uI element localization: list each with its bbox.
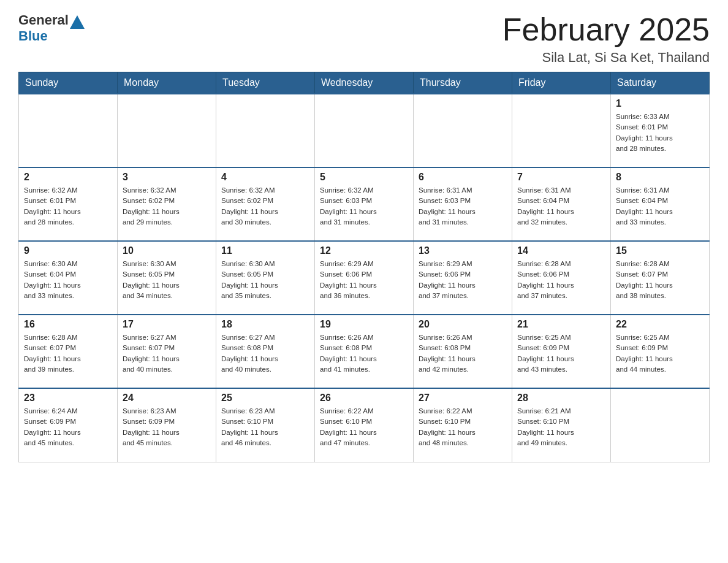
day-number: 2: [24, 172, 112, 183]
day-number: 22: [616, 319, 704, 330]
day-number: 13: [419, 245, 507, 256]
calendar-cell: 14Sunrise: 6:28 AM Sunset: 6:06 PM Dayli…: [512, 241, 611, 315]
day-of-week-header: Saturday: [611, 72, 710, 94]
calendar-cell: 4Sunrise: 6:32 AM Sunset: 6:02 PM Daylig…: [216, 167, 315, 241]
calendar-cell: 16Sunrise: 6:28 AM Sunset: 6:07 PM Dayli…: [19, 315, 118, 388]
day-info: Sunrise: 6:29 AM Sunset: 6:06 PM Dayligh…: [419, 259, 507, 301]
day-number: 26: [320, 393, 408, 404]
calendar-cell: [315, 94, 414, 167]
calendar-header-row: SundayMondayTuesdayWednesdayThursdayFrid…: [19, 72, 710, 94]
day-number: 14: [517, 245, 605, 256]
calendar-week-row: 16Sunrise: 6:28 AM Sunset: 6:07 PM Dayli…: [19, 315, 710, 388]
day-info: Sunrise: 6:32 AM Sunset: 6:02 PM Dayligh…: [221, 185, 309, 228]
day-number: 21: [517, 319, 605, 330]
day-info: Sunrise: 6:31 AM Sunset: 6:04 PM Dayligh…: [517, 185, 605, 228]
day-number: 10: [123, 245, 211, 256]
day-number: 9: [24, 245, 112, 256]
day-info: Sunrise: 6:23 AM Sunset: 6:10 PM Dayligh…: [221, 406, 309, 448]
day-of-week-header: Wednesday: [315, 72, 414, 94]
calendar-cell: 8Sunrise: 6:31 AM Sunset: 6:04 PM Daylig…: [611, 167, 710, 241]
day-number: 1: [616, 98, 704, 109]
calendar-cell: [512, 94, 611, 167]
day-number: 24: [123, 393, 211, 404]
calendar-cell: 27Sunrise: 6:22 AM Sunset: 6:10 PM Dayli…: [414, 388, 512, 462]
calendar-cell: 28Sunrise: 6:21 AM Sunset: 6:10 PM Dayli…: [512, 388, 611, 462]
day-number: 15: [616, 245, 704, 256]
calendar-cell: 12Sunrise: 6:29 AM Sunset: 6:06 PM Dayli…: [315, 241, 414, 315]
calendar-cell: 6Sunrise: 6:31 AM Sunset: 6:03 PM Daylig…: [414, 167, 512, 241]
day-info: Sunrise: 6:22 AM Sunset: 6:10 PM Dayligh…: [320, 406, 408, 448]
day-info: Sunrise: 6:30 AM Sunset: 6:05 PM Dayligh…: [123, 259, 211, 301]
day-number: 20: [419, 319, 507, 330]
day-info: Sunrise: 6:26 AM Sunset: 6:08 PM Dayligh…: [320, 332, 408, 375]
day-info: Sunrise: 6:21 AM Sunset: 6:10 PM Dayligh…: [517, 406, 605, 448]
day-number: 4: [221, 172, 309, 183]
day-number: 7: [517, 172, 605, 183]
calendar-cell: 3Sunrise: 6:32 AM Sunset: 6:02 PM Daylig…: [118, 167, 216, 241]
day-of-week-header: Friday: [512, 72, 611, 94]
day-number: 3: [123, 172, 211, 183]
day-number: 5: [320, 172, 408, 183]
day-info: Sunrise: 6:27 AM Sunset: 6:07 PM Dayligh…: [123, 332, 211, 375]
day-info: Sunrise: 6:28 AM Sunset: 6:07 PM Dayligh…: [24, 332, 112, 375]
day-number: 17: [123, 319, 211, 330]
calendar-cell: 24Sunrise: 6:23 AM Sunset: 6:09 PM Dayli…: [118, 388, 216, 462]
calendar-cell: 13Sunrise: 6:29 AM Sunset: 6:06 PM Dayli…: [414, 241, 512, 315]
page-header: General Blue February 2025 Sila Lat, Si …: [18, 12, 710, 66]
day-info: Sunrise: 6:30 AM Sunset: 6:05 PM Dayligh…: [221, 259, 309, 301]
calendar-week-row: 1Sunrise: 6:33 AM Sunset: 6:01 PM Daylig…: [19, 94, 710, 167]
calendar-cell: 21Sunrise: 6:25 AM Sunset: 6:09 PM Dayli…: [512, 315, 611, 388]
day-info: Sunrise: 6:27 AM Sunset: 6:08 PM Dayligh…: [221, 332, 309, 375]
day-of-week-header: Monday: [118, 72, 216, 94]
day-number: 27: [419, 393, 507, 404]
day-info: Sunrise: 6:28 AM Sunset: 6:06 PM Dayligh…: [517, 259, 605, 301]
day-info: Sunrise: 6:25 AM Sunset: 6:09 PM Dayligh…: [616, 332, 704, 375]
calendar-cell: 15Sunrise: 6:28 AM Sunset: 6:07 PM Dayli…: [611, 241, 710, 315]
day-info: Sunrise: 6:29 AM Sunset: 6:06 PM Dayligh…: [320, 259, 408, 301]
calendar-cell: 2Sunrise: 6:32 AM Sunset: 6:01 PM Daylig…: [19, 167, 118, 241]
calendar-cell: 18Sunrise: 6:27 AM Sunset: 6:08 PM Dayli…: [216, 315, 315, 388]
day-info: Sunrise: 6:30 AM Sunset: 6:04 PM Dayligh…: [24, 259, 112, 301]
day-number: 16: [24, 319, 112, 330]
day-number: 11: [221, 245, 309, 256]
day-info: Sunrise: 6:28 AM Sunset: 6:07 PM Dayligh…: [616, 259, 704, 301]
calendar-cell: 25Sunrise: 6:23 AM Sunset: 6:10 PM Dayli…: [216, 388, 315, 462]
calendar-cell: 11Sunrise: 6:30 AM Sunset: 6:05 PM Dayli…: [216, 241, 315, 315]
location-subtitle: Sila Lat, Si Sa Ket, Thailand: [502, 50, 710, 66]
calendar-cell: 19Sunrise: 6:26 AM Sunset: 6:08 PM Dayli…: [315, 315, 414, 388]
day-number: 6: [419, 172, 507, 183]
calendar-cell: [611, 388, 710, 462]
day-number: 19: [320, 319, 408, 330]
day-of-week-header: Tuesday: [216, 72, 315, 94]
day-number: 25: [221, 393, 309, 404]
day-number: 28: [517, 393, 605, 404]
day-info: Sunrise: 6:32 AM Sunset: 6:01 PM Dayligh…: [24, 185, 112, 228]
calendar-cell: 20Sunrise: 6:26 AM Sunset: 6:08 PM Dayli…: [414, 315, 512, 388]
day-info: Sunrise: 6:23 AM Sunset: 6:09 PM Dayligh…: [123, 406, 211, 448]
day-of-week-header: Thursday: [414, 72, 512, 94]
title-section: February 2025 Sila Lat, Si Sa Ket, Thail…: [502, 12, 710, 66]
logo: General Blue: [18, 12, 86, 44]
calendar-table: SundayMondayTuesdayWednesdayThursdayFrid…: [18, 72, 710, 462]
calendar-cell: 7Sunrise: 6:31 AM Sunset: 6:04 PM Daylig…: [512, 167, 611, 241]
calendar-week-row: 23Sunrise: 6:24 AM Sunset: 6:09 PM Dayli…: [19, 388, 710, 462]
calendar-cell: [414, 94, 512, 167]
calendar-cell: 17Sunrise: 6:27 AM Sunset: 6:07 PM Dayli…: [118, 315, 216, 388]
calendar-cell: 5Sunrise: 6:32 AM Sunset: 6:03 PM Daylig…: [315, 167, 414, 241]
logo-triangle-icon: [70, 15, 85, 29]
day-info: Sunrise: 6:31 AM Sunset: 6:03 PM Dayligh…: [419, 185, 507, 228]
logo-blue-text: Blue: [18, 28, 48, 44]
day-info: Sunrise: 6:24 AM Sunset: 6:09 PM Dayligh…: [24, 406, 112, 448]
month-title: February 2025: [502, 12, 710, 47]
day-info: Sunrise: 6:33 AM Sunset: 6:01 PM Dayligh…: [616, 112, 704, 154]
calendar-cell: 1Sunrise: 6:33 AM Sunset: 6:01 PM Daylig…: [611, 94, 710, 167]
calendar-week-row: 9Sunrise: 6:30 AM Sunset: 6:04 PM Daylig…: [19, 241, 710, 315]
day-info: Sunrise: 6:31 AM Sunset: 6:04 PM Dayligh…: [616, 185, 704, 228]
day-number: 18: [221, 319, 309, 330]
calendar-cell: 10Sunrise: 6:30 AM Sunset: 6:05 PM Dayli…: [118, 241, 216, 315]
day-info: Sunrise: 6:25 AM Sunset: 6:09 PM Dayligh…: [517, 332, 605, 375]
calendar-cell: 9Sunrise: 6:30 AM Sunset: 6:04 PM Daylig…: [19, 241, 118, 315]
day-number: 23: [24, 393, 112, 404]
calendar-cell: 22Sunrise: 6:25 AM Sunset: 6:09 PM Dayli…: [611, 315, 710, 388]
calendar-cell: [19, 94, 118, 167]
